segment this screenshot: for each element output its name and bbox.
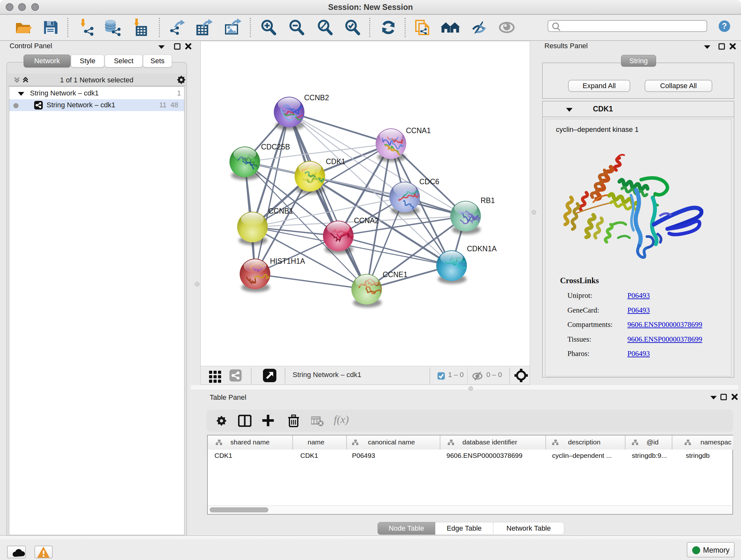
svg-text:CDC6: CDC6 [419,178,440,186]
svg-text:CDKN1A: CDKN1A [467,245,497,253]
svg-text:RB1: RB1 [481,196,495,205]
svg-text:CCNB1: CCNB1 [268,207,293,215]
svg-text:?: ? [722,21,727,30]
svg-text:CCNA2: CCNA2 [354,216,379,225]
svg-text:CCNB2: CCNB2 [304,94,329,102]
svg-text:CDK1: CDK1 [326,158,345,166]
svg-text:CDC25B: CDC25B [261,143,290,151]
svg-text:CCNE1: CCNE1 [383,270,408,279]
svg-text:HIST1H1A: HIST1H1A [270,257,306,265]
svg-text:CCNA1: CCNA1 [406,126,431,135]
